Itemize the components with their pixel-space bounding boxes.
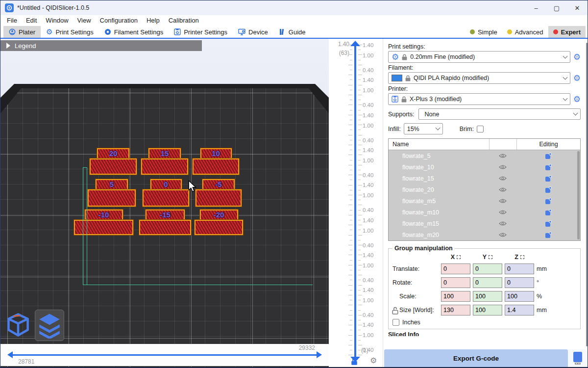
gm-input-y[interactable] [473,291,502,302]
print-settings-combo[interactable]: ⚙ 0.20mm Fine (modified) [388,51,570,63]
filament-combo[interactable]: QIDI PLA Rapido (modified) [388,72,570,84]
menu-window[interactable]: Window [41,15,73,26]
print-object-20[interactable]: 20 [90,158,137,175]
menu-calibration[interactable]: Calibration [164,15,203,26]
tab-print-settings[interactable]: ⚙Print Settings [41,26,99,38]
tab-bar: Plater⚙Print SettingsFilament SettingsPr… [0,26,588,39]
editing-button[interactable] [516,198,580,205]
brim-checkbox[interactable] [477,126,484,132]
tick-mark [350,330,352,330]
printer-edit-gear-icon[interactable]: ⚙ [573,95,581,104]
export-to-sd-button[interactable] [568,349,588,367]
visibility-toggle[interactable] [489,198,516,204]
print-object-15[interactable]: 15 [141,158,188,175]
print-object--20[interactable]: -20 [195,220,243,235]
tab-guide[interactable]: Guide [273,26,311,38]
menu-help[interactable]: Help [142,15,164,26]
visibility-toggle[interactable] [489,221,516,226]
visibility-toggle[interactable] [489,164,516,170]
gm-input-z[interactable] [505,263,534,274]
supports-combo[interactable]: None [418,108,581,120]
layer-slider-track[interactable] [354,45,356,358]
gm-input-z[interactable] [505,291,534,302]
layer-slider-upper-thumb[interactable] [350,41,360,46]
filament-edit-gear-icon[interactable]: ⚙ [573,74,581,82]
print-object-0[interactable]: 0 [143,189,189,207]
menu-view[interactable]: View [73,15,96,26]
object-row-flowrate_m20[interactable]: flowrate_m20 [389,229,580,240]
mode-advanced[interactable]: Advanced [502,26,548,38]
editing-button[interactable] [516,186,580,193]
menu-edit[interactable]: Edit [22,15,41,26]
gm-input-z[interactable] [505,305,534,315]
editing-button[interactable] [516,153,580,159]
moves-slider-right-thumb[interactable] [317,351,322,358]
tab-filament-settings[interactable]: Filament Settings [99,26,169,38]
menu-configuration[interactable]: Configuration [96,15,142,26]
gm-input-x[interactable] [441,277,470,288]
visibility-toggle[interactable] [489,232,516,237]
print-object--5[interactable]: -5 [196,189,242,207]
tick-mark [350,280,352,280]
editing-button[interactable] [516,175,580,182]
object-row-flowrate_10[interactable]: flowrate_10 [389,161,580,173]
3d-editor-view-button[interactable] [3,310,33,341]
object-row-flowrate_m5[interactable]: flowrate_m5 [389,195,580,207]
tab-device[interactable]: Device [233,26,273,38]
menu-file[interactable]: File [2,15,22,26]
viewport-3d[interactable]: Legend 20151050-5-10-15-20 [0,39,329,367]
layer-slider[interactable]: 1.40 (63) 1.401.000.401.401.000.401.401.… [329,39,383,367]
tab-printer-settings[interactable]: Printer Settings [169,26,233,38]
uniform-scale-lock-icon[interactable] [392,307,398,316]
gm-input-y[interactable] [473,305,502,315]
layer-height-label: 0.40 [363,242,373,248]
object-row-flowrate_m10[interactable]: flowrate_m10 [389,207,580,218]
slider-lock-icon[interactable] [351,358,358,367]
inches-label: Inches [402,319,420,326]
export-gcode-button[interactable]: Export G-code [384,349,568,367]
editing-button[interactable] [516,164,580,171]
close-button[interactable]: ✕ [567,0,588,15]
print-object-10[interactable]: 10 [193,158,239,175]
infill-combo[interactable]: 15% [404,123,443,134]
moves-slider[interactable]: 29332 28781 [0,344,329,366]
slider-settings-gear-icon[interactable]: ⚙ [370,356,377,365]
editing-button[interactable] [516,232,580,238]
minimize-button[interactable]: – [526,0,546,15]
printer-combo[interactable]: X-Plus 3 (modified) [388,93,570,105]
tick-mark [350,100,352,100]
gm-input-x[interactable] [441,263,470,274]
gm-input-y[interactable] [473,277,502,288]
visibility-toggle[interactable] [489,187,516,192]
panel-scrollbar[interactable] [586,43,588,346]
mode-simple[interactable]: Simple [465,26,502,38]
maximize-button[interactable]: ▢ [546,0,567,15]
gm-input-x[interactable] [441,291,470,302]
gm-input-y[interactable] [473,263,502,274]
editing-button[interactable] [516,220,580,227]
group-manipulation-title: Group manipulation [392,245,455,252]
legend-bar[interactable]: Legend [0,40,202,51]
tick-mark [350,350,352,350]
mode-expert[interactable]: Expert [548,26,586,38]
tab-plater[interactable]: Plater [3,26,41,38]
inches-checkbox[interactable] [392,319,399,326]
preview-view-button[interactable] [35,310,64,341]
object-row-flowrate_20[interactable]: flowrate_20 [389,184,580,195]
object-row-flowrate_m15[interactable]: flowrate_m15 [389,218,580,229]
print-object--15[interactable]: -15 [139,220,191,235]
mode-label: Advanced [515,28,543,36]
visibility-toggle[interactable] [489,176,516,181]
gm-input-z[interactable] [505,277,534,288]
print-object-5[interactable]: 5 [88,189,136,207]
print-settings-edit-gear-icon[interactable]: ⚙ [573,53,581,61]
editing-button[interactable] [516,209,580,216]
object-row-flowrate_15[interactable]: flowrate_15 [389,173,580,184]
mode-selector: SimpleAdvancedExpert [465,26,588,38]
gm-input-x[interactable] [441,305,470,315]
object-row-flowrate_5[interactable]: flowrate_5 [389,150,580,161]
visibility-toggle[interactable] [489,210,516,215]
moves-slider-track[interactable] [12,354,317,356]
object-list-scrollbar[interactable] [577,151,580,239]
visibility-toggle[interactable] [489,153,516,158]
